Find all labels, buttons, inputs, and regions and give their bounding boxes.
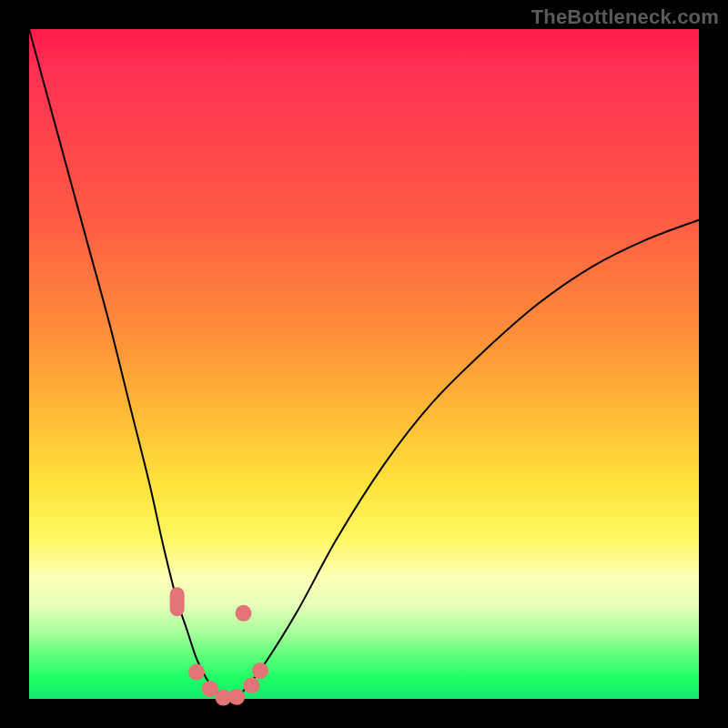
curve-marker (202, 681, 218, 697)
bottleneck-curve (29, 29, 699, 699)
curve-markers (170, 587, 268, 705)
curve-marker (236, 605, 252, 622)
curve-marker (170, 587, 185, 616)
chart-frame: TheBottleneck.com (0, 0, 728, 728)
curve-marker (228, 689, 245, 705)
curve-marker (243, 677, 259, 693)
watermark-text: TheBottleneck.com (531, 5, 719, 29)
curve-marker (188, 664, 205, 681)
curve-marker (252, 662, 268, 679)
curve-layer (29, 29, 699, 699)
plot-area (29, 29, 699, 699)
